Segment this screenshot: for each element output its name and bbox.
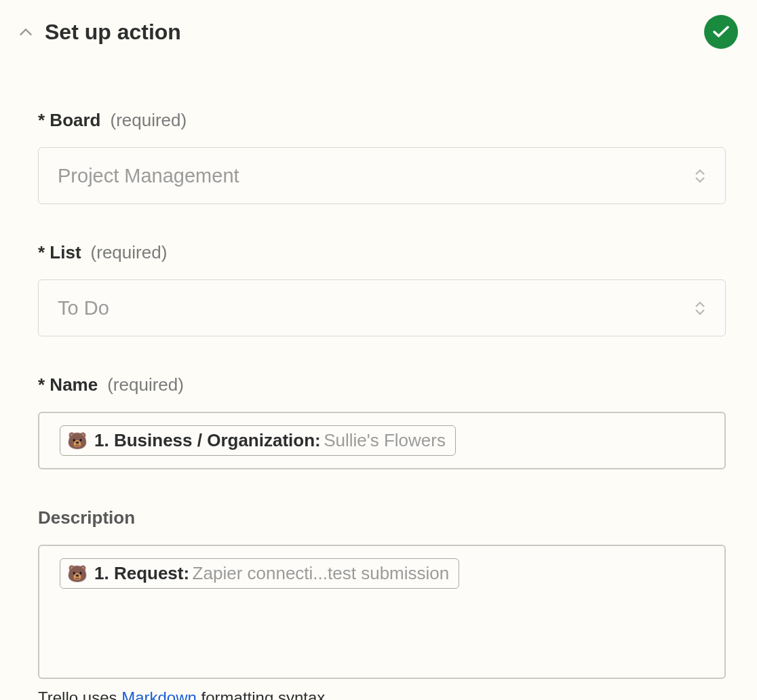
field-name-label-row: * Name (required): [38, 374, 726, 395]
helper-suffix: formatting syntax.: [197, 688, 330, 700]
collapse-toggle[interactable]: [19, 28, 33, 36]
check-icon: [712, 25, 730, 39]
chevron-up-icon: [19, 28, 33, 37]
name-input[interactable]: 🐻 1. Business / Organization: Sullie's F…: [38, 412, 726, 469]
helper-prefix: Trello uses: [38, 688, 121, 700]
description-pill-value: Zapier connecti...test submission: [193, 563, 450, 583]
field-name: * Name (required) 🐻 1. Business / Organi…: [38, 374, 726, 469]
required-asterisk: *: [38, 374, 45, 395]
field-board-required: (required): [110, 110, 187, 131]
form-body: * Board (required) Project Management * …: [19, 110, 738, 700]
wpforms-icon: 🐻: [67, 566, 88, 582]
pill-content: 1. Business / Organization: Sullie's Flo…: [94, 430, 446, 451]
section-header: Set up action: [19, 15, 738, 49]
field-list-label: * List: [38, 242, 81, 263]
field-name-label-text: Name: [50, 374, 98, 395]
field-list-label-row: * List (required): [38, 242, 726, 263]
field-board-label-row: * Board (required): [38, 110, 726, 131]
select-chevrons-icon: [694, 301, 706, 315]
markdown-link[interactable]: Markdown: [121, 688, 197, 700]
field-name-label: * Name: [38, 374, 98, 395]
header-left: Set up action: [19, 20, 181, 45]
field-description-label: Description: [38, 507, 726, 528]
wpforms-icon: 🐻: [67, 433, 88, 449]
list-select-value: To Do: [58, 297, 109, 319]
description-field-pill[interactable]: 🐻 1. Request: Zapier connecti...test sub…: [60, 558, 459, 589]
board-select[interactable]: Project Management: [38, 147, 726, 204]
list-select[interactable]: To Do: [38, 279, 726, 336]
field-list: * List (required) To Do: [38, 242, 726, 336]
description-input[interactable]: 🐻 1. Request: Zapier connecti...test sub…: [38, 545, 726, 679]
name-pill-label: 1. Business / Organization:: [94, 430, 321, 450]
description-helper: Trello uses Markdown formatting syntax.: [38, 688, 726, 700]
field-board-label-text: Board: [50, 110, 100, 130]
status-complete-badge: [704, 15, 738, 49]
field-name-required: (required): [107, 374, 184, 395]
board-select-value: Project Management: [58, 165, 239, 187]
pill-content: 1. Request: Zapier connecti...test submi…: [94, 563, 449, 584]
field-board-label: * Board: [38, 110, 100, 131]
field-list-required: (required): [91, 242, 168, 263]
field-board: * Board (required) Project Management: [38, 110, 726, 204]
field-list-label-text: List: [50, 242, 81, 262]
description-pill-label: 1. Request:: [94, 563, 189, 583]
field-description: Description 🐻 1. Request: Zapier connect…: [38, 507, 726, 700]
name-pill-value: Sullie's Flowers: [324, 430, 446, 450]
select-chevrons-icon: [694, 169, 706, 183]
required-asterisk: *: [38, 110, 45, 130]
name-field-pill[interactable]: 🐻 1. Business / Organization: Sullie's F…: [60, 425, 456, 456]
required-asterisk: *: [38, 242, 45, 262]
section-title: Set up action: [45, 20, 181, 45]
